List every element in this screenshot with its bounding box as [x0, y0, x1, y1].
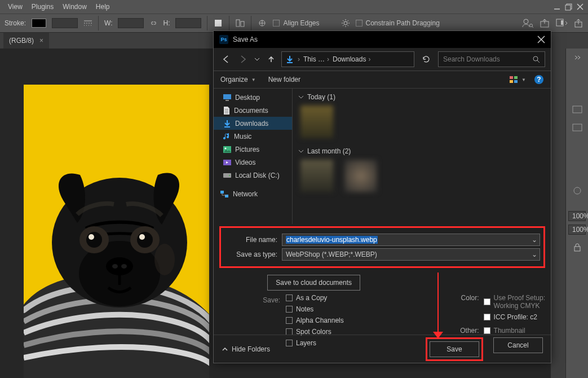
chevron-down-icon[interactable]: ⌄: [532, 236, 537, 244]
group-last-month[interactable]: Last month (2): [298, 147, 545, 155]
drive-icon: [223, 172, 232, 179]
path-ops-icon[interactable]: [257, 18, 267, 28]
minimize-icon[interactable]: [554, 3, 560, 10]
menu-plugins[interactable]: Plugins: [28, 1, 57, 13]
right-toolbar: 100%▾ 100%▾: [565, 49, 588, 378]
forward-button[interactable]: [236, 52, 250, 66]
search-input[interactable]: Search Downloads: [438, 51, 545, 67]
restore-icon[interactable]: [565, 3, 572, 11]
up-button[interactable]: [264, 52, 278, 66]
svg-point-37: [86, 232, 102, 248]
tree-pictures[interactable]: Pictures: [214, 143, 292, 156]
svg-rect-53: [514, 80, 518, 83]
svg-point-12: [344, 21, 347, 25]
align-edges-check[interactable]: Align Edges: [273, 19, 319, 27]
export-icon[interactable]: [573, 18, 583, 28]
lock-icon[interactable]: [573, 243, 581, 252]
tree-documents[interactable]: Documents: [214, 104, 292, 117]
cancel-button[interactable]: Cancel: [493, 337, 543, 353]
share-icon[interactable]: [540, 18, 550, 28]
tree-network[interactable]: Network: [214, 187, 292, 200]
stroke-options-icon[interactable]: [83, 19, 92, 27]
save-notes-check: Notes: [286, 305, 344, 313]
gear-icon[interactable]: [341, 19, 350, 28]
workspace-icon[interactable]: [555, 18, 568, 28]
svg-point-39: [89, 234, 94, 240]
document-canvas[interactable]: [24, 85, 209, 378]
user-search-icon[interactable]: [521, 18, 534, 28]
save-type-select[interactable]: WebPShop (*.WEBP;*.WEBP) ⌄: [282, 248, 540, 261]
svg-rect-52: [510, 80, 513, 83]
menu-help[interactable]: Help: [92, 1, 113, 13]
collapsed-panels[interactable]: [551, 49, 565, 378]
constrain-path-check[interactable]: Constrain Path Dragging: [356, 19, 440, 27]
panel-icon[interactable]: [572, 124, 582, 131]
annotation-arrow: [437, 272, 439, 335]
group-today[interactable]: Today (1): [298, 93, 545, 101]
stroke-swatch[interactable]: [32, 19, 46, 28]
panel-icon[interactable]: [572, 106, 582, 113]
width-field[interactable]: [118, 18, 144, 28]
svg-point-30: [574, 187, 581, 194]
close-icon[interactable]: [537, 36, 545, 43]
svg-point-41: [106, 257, 133, 275]
refresh-button[interactable]: [418, 51, 435, 67]
close-tab-icon[interactable]: ×: [39, 37, 43, 45]
align-icon[interactable]: [235, 18, 245, 28]
thumbnail-check: Thumbnail: [484, 327, 525, 335]
view-button[interactable]: ▼: [509, 76, 526, 83]
separator: [207, 16, 207, 30]
link-icon[interactable]: [149, 19, 157, 27]
dialog-title: Save As: [233, 36, 258, 43]
panel-icon[interactable]: [572, 186, 582, 195]
filename-input[interactable]: charlesdeluvio-unsplash.webp ⌄: [282, 234, 540, 246]
tree-music[interactable]: Music: [214, 130, 292, 143]
icc-profile-check[interactable]: ICC Profile: c2: [484, 313, 537, 321]
expand-panels-icon[interactable]: [566, 49, 588, 67]
save-button[interactable]: Save: [430, 341, 479, 357]
hide-folders-button[interactable]: Hide Folders: [222, 345, 270, 353]
svg-line-19: [343, 25, 344, 27]
chevron-down-icon[interactable]: ⌄: [532, 250, 537, 258]
address-bar[interactable]: › This …› Downloads›: [281, 51, 414, 67]
new-folder-button[interactable]: New folder: [268, 76, 300, 83]
svg-point-22: [530, 24, 533, 27]
document-icon: [223, 106, 231, 115]
search-icon: [532, 55, 540, 63]
back-button[interactable]: [219, 52, 233, 66]
zoom-indicator[interactable]: 100%▾: [568, 225, 586, 235]
save-to-cloud-button[interactable]: Save to cloud documents: [267, 275, 360, 291]
music-icon: [223, 132, 231, 141]
tree-downloads[interactable]: Downloads: [214, 117, 292, 130]
file-thumb[interactable]: [300, 106, 333, 138]
svg-rect-57: [226, 100, 229, 101]
menu-view[interactable]: View: [5, 1, 26, 13]
tree-desktop[interactable]: Desktop: [214, 91, 292, 104]
recent-button[interactable]: [253, 52, 261, 66]
fill-icon[interactable]: [213, 18, 223, 28]
save-as-copy-check[interactable]: As a Copy: [286, 294, 344, 302]
zoom-indicator[interactable]: 100%▾: [568, 211, 586, 221]
dialog-titlebar: Ps Save As: [214, 31, 551, 48]
file-thumb[interactable]: [300, 160, 333, 192]
file-list[interactable]: Today (1) Last month (2): [293, 89, 551, 224]
save-type-label: Save as type:: [224, 250, 277, 258]
downloads-icon: [223, 119, 232, 128]
height-field[interactable]: [175, 18, 201, 28]
svg-line-17: [343, 20, 344, 21]
tree-videos[interactable]: Videos: [214, 156, 292, 169]
svg-rect-29: [573, 124, 582, 131]
menu-window[interactable]: Window: [59, 1, 90, 13]
dialog-body: Desktop Documents Downloads Music Pictur…: [214, 89, 551, 224]
organize-button[interactable]: Organize▼: [220, 76, 256, 83]
help-icon[interactable]: ?: [534, 74, 544, 85]
svg-point-43: [121, 264, 127, 269]
close-icon[interactable]: [577, 3, 583, 10]
active-document-tab[interactable]: (RGB/8) ×: [3, 33, 49, 49]
annotation-highlight: File name: charlesdeluvio-unsplash.webp …: [219, 226, 545, 268]
separator: [251, 16, 251, 30]
svg-rect-8: [215, 20, 222, 27]
stroke-width-field[interactable]: [52, 18, 78, 28]
tree-local-disk[interactable]: Local Disk (C:): [214, 169, 292, 182]
file-thumb[interactable]: [344, 160, 377, 192]
